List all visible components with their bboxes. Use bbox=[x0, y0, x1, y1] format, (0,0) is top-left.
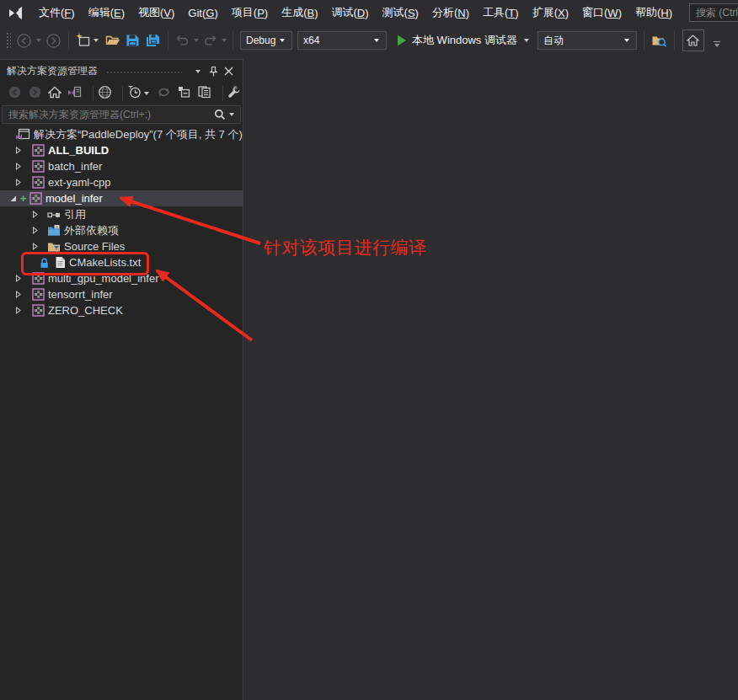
panel-toolbar-separator bbox=[93, 86, 94, 101]
undo-dropdown-caret-icon[interactable] bbox=[194, 39, 199, 42]
expander-collapsed-icon[interactable] bbox=[12, 177, 24, 189]
menu-window[interactable]: 窗口(W) bbox=[575, 0, 628, 25]
pin-icon bbox=[208, 66, 219, 77]
git-added-badge: + bbox=[19, 192, 28, 205]
collapse-all-icon bbox=[177, 85, 191, 99]
toolbar-separator bbox=[233, 31, 233, 50]
tree-row-source-files[interactable]: Source Files bbox=[0, 238, 243, 254]
tree-row-references[interactable]: 引用 bbox=[0, 206, 243, 222]
open-file-button[interactable] bbox=[103, 29, 123, 51]
filter-folder-icon bbox=[47, 240, 61, 253]
tree-row-model-infer[interactable]: + model_infer bbox=[0, 190, 243, 206]
tree-row-tensorrt-infer[interactable]: tensorrt_infer bbox=[0, 286, 243, 302]
toolbar-separator bbox=[674, 31, 675, 50]
explorer-back-button[interactable] bbox=[8, 85, 22, 103]
panel-toolbar: » bbox=[0, 83, 243, 104]
cpp-project-icon bbox=[32, 304, 45, 317]
annotation-note: 针对该项目进行编译 bbox=[264, 236, 427, 259]
find-in-files-button[interactable] bbox=[649, 29, 670, 51]
expander-collapsed-icon[interactable] bbox=[12, 161, 24, 173]
menu-file[interactable]: 文件(F) bbox=[32, 0, 82, 25]
save-button[interactable] bbox=[123, 29, 142, 51]
switch-views-button[interactable] bbox=[67, 85, 83, 102]
debug-target-dropdown-caret-icon[interactable] bbox=[524, 39, 529, 42]
redo-dropdown-caret-icon[interactable] bbox=[222, 39, 227, 42]
expander-collapsed-icon[interactable] bbox=[12, 289, 24, 301]
solution-tree: 解决方案“PaddleDeploy”(7 个项目, 共 7 个) ALL_BUI… bbox=[0, 126, 243, 318]
expander-collapsed-icon[interactable] bbox=[29, 209, 40, 221]
solution-platform-combo[interactable]: x64 bbox=[297, 31, 387, 50]
tree-row-solution[interactable]: 解决方案“PaddleDeploy”(7 个项目, 共 7 个) bbox=[0, 126, 243, 142]
cpp-project-icon bbox=[32, 272, 45, 285]
toolbar-drag-handle[interactable] bbox=[5, 31, 11, 50]
visual-studio-logo-icon bbox=[8, 6, 24, 20]
new-project-button[interactable] bbox=[73, 29, 103, 51]
menu-edit[interactable]: 编辑(E) bbox=[82, 0, 131, 25]
expander-collapsed-icon[interactable] bbox=[12, 305, 24, 317]
save-all-button[interactable] bbox=[142, 29, 163, 51]
navigate-forward-button[interactable] bbox=[43, 29, 64, 51]
menu-tools[interactable]: 工具(T) bbox=[476, 0, 526, 25]
menu-debug[interactable]: 调试(D) bbox=[325, 0, 376, 25]
menu-git[interactable]: Git(G) bbox=[181, 0, 224, 25]
panel-options-button[interactable] bbox=[190, 64, 206, 79]
solution-icon bbox=[15, 128, 30, 142]
new-project-dropdown-caret-icon[interactable] bbox=[94, 39, 99, 42]
panel-toolbar-separator bbox=[122, 86, 123, 101]
back-icon bbox=[8, 85, 22, 99]
explorer-forward-button[interactable] bbox=[28, 85, 42, 103]
search-options-caret-icon[interactable] bbox=[229, 113, 234, 116]
back-dropdown-caret-icon[interactable] bbox=[36, 39, 41, 42]
menu-view[interactable]: 视图(V) bbox=[131, 0, 181, 25]
overflow-caret-icon bbox=[714, 44, 719, 47]
panel-drag-texture bbox=[106, 71, 182, 75]
global-search-input[interactable] bbox=[689, 3, 738, 22]
tree-row-external-dependencies[interactable]: 外部依赖项 bbox=[0, 222, 243, 238]
menu-analyze[interactable]: 分析(N) bbox=[425, 0, 476, 25]
expander-collapsed-icon[interactable] bbox=[12, 145, 24, 157]
panel-close-button[interactable] bbox=[221, 64, 236, 79]
menu-build[interactable]: 生成(B) bbox=[275, 0, 324, 25]
menu-extensions[interactable]: 扩展(X) bbox=[526, 0, 575, 25]
web-browser-home-button[interactable] bbox=[682, 29, 704, 51]
navigate-back-button[interactable] bbox=[13, 29, 35, 51]
panel-toolbar-overflow-button[interactable]: » bbox=[233, 83, 238, 92]
cpp-project-icon bbox=[32, 288, 45, 301]
expander-collapsed-icon[interactable] bbox=[12, 273, 24, 285]
menu-test[interactable]: 测试(S) bbox=[376, 0, 425, 25]
external-dependencies-folder-icon bbox=[47, 224, 61, 237]
explorer-home-button[interactable] bbox=[48, 86, 62, 102]
start-debugging-button[interactable]: 本地 Windows 调试器 bbox=[393, 29, 535, 51]
redo-button[interactable] bbox=[201, 29, 220, 51]
collapse-all-button[interactable] bbox=[177, 85, 191, 102]
sync-with-active-document-button[interactable] bbox=[157, 86, 171, 102]
solution-search-box[interactable] bbox=[2, 105, 241, 124]
filter-dropdown-caret-icon[interactable] bbox=[144, 92, 149, 95]
menu-help[interactable]: 帮助(H) bbox=[628, 0, 679, 25]
all-files-button[interactable] bbox=[98, 85, 112, 103]
startup-item-combo[interactable]: 自动 bbox=[537, 31, 637, 50]
tree-row-multi-gpu-model-infer[interactable]: multi_gpu_model_infer bbox=[0, 270, 243, 286]
tree-row-zero-check[interactable]: ZERO_CHECK bbox=[0, 302, 243, 318]
cpp-project-icon bbox=[29, 192, 42, 205]
expander-expanded-icon[interactable] bbox=[7, 193, 19, 205]
toolbar-overflow-button[interactable] bbox=[713, 41, 721, 47]
solution-search-input[interactable] bbox=[3, 108, 214, 121]
pending-changes-filter-button[interactable] bbox=[127, 85, 142, 102]
tree-row-batch-infer[interactable]: batch_infer bbox=[0, 158, 243, 174]
panel-pin-button[interactable] bbox=[206, 64, 221, 79]
tree-row-all-build[interactable]: ALL_BUILD bbox=[0, 142, 243, 158]
clock-filter-icon bbox=[127, 85, 142, 99]
solution-configuration-combo[interactable]: Debug bbox=[240, 31, 292, 50]
expander-collapsed-icon[interactable] bbox=[29, 225, 40, 237]
cpp-project-icon bbox=[32, 160, 45, 173]
tree-row-cmakelists[interactable]: CMakeLists.txt bbox=[0, 254, 243, 270]
expander-collapsed-icon[interactable] bbox=[29, 241, 40, 253]
menu-project[interactable]: 项目(P) bbox=[225, 0, 275, 25]
show-all-files-button[interactable] bbox=[197, 85, 212, 102]
tree-row-ext-yaml-cpp[interactable]: ext-yaml-cpp bbox=[0, 174, 243, 190]
cpp-project-icon bbox=[32, 144, 45, 157]
globe-icon bbox=[98, 85, 112, 99]
panel-title-bar[interactable]: 解决方案资源管理器 bbox=[0, 60, 243, 83]
undo-button[interactable] bbox=[173, 29, 192, 51]
